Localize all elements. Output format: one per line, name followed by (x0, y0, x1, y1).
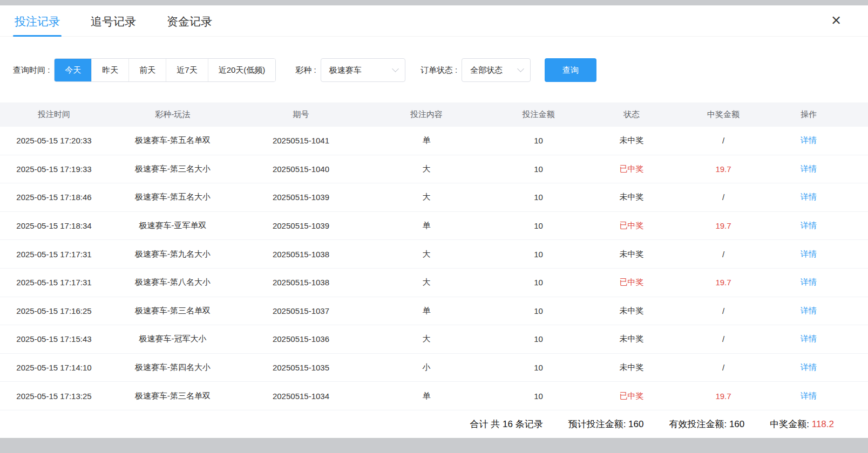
table-row: 2025-05-15 17:17:31 极速赛车-第九名大小 20250515-… (0, 240, 868, 269)
cell-status: 未中奖 (588, 354, 675, 382)
cell-game-play: 极速赛车-第四名大小 (108, 354, 238, 382)
table-row: 2025-05-15 17:14:10 极速赛车-第四名大小 20250515-… (0, 354, 868, 382)
cell-bet-time: 2025-05-15 17:14:10 (0, 354, 108, 382)
table-row: 2025-05-15 17:15:43 极速赛车-冠军大小 20250515-1… (0, 325, 868, 354)
cell-bet-time: 2025-05-15 17:18:46 (0, 183, 108, 211)
cell-bet-amount: 10 (489, 297, 588, 325)
time-option-today[interactable]: 今天 (55, 59, 91, 81)
cell-game-play: 极速赛车-第九名大小 (108, 240, 238, 268)
detail-link[interactable]: 详情 (801, 221, 817, 231)
detail-link[interactable]: 详情 (801, 362, 817, 373)
cell-win-amount: / (675, 183, 772, 211)
cell-bet-time: 2025-05-15 17:19:33 (0, 155, 108, 183)
cell-win-amount: / (675, 240, 772, 268)
summary-win-label: 中奖金额: (770, 419, 811, 429)
cell-status: 未中奖 (588, 183, 675, 211)
time-option-day-before[interactable]: 前天 (128, 59, 166, 81)
table-row: 2025-05-15 17:19:33 极速赛车-第三名大小 20250515-… (0, 155, 868, 184)
cell-bet-amount: 10 (489, 240, 588, 268)
detail-link[interactable]: 详情 (801, 192, 817, 202)
cell-bet-time: 2025-05-15 17:18:34 (0, 212, 108, 240)
cell-bet-content: 大 (364, 155, 489, 183)
cell-period: 20250515-1038 (238, 269, 364, 297)
cell-period: 20250515-1041 (238, 127, 364, 155)
cell-bet-content: 单 (364, 212, 489, 240)
table-row: 2025-05-15 17:17:31 极速赛车-第八名大小 20250515-… (0, 269, 868, 297)
close-icon[interactable]: × (831, 10, 841, 31)
tab-fund-records[interactable]: 资金记录 (167, 5, 212, 36)
cell-period: 20250515-1036 (238, 325, 364, 353)
summary-win-value: 118.2 (812, 419, 834, 429)
cell-status: 已中奖 (588, 269, 675, 297)
cell-bet-amount: 10 (489, 325, 588, 353)
cell-bet-content: 大 (364, 269, 489, 297)
header-game-play: 彩种-玩法 (108, 102, 238, 127)
cell-bet-amount: 10 (489, 269, 588, 297)
detail-link[interactable]: 详情 (801, 391, 817, 401)
cell-game-play: 极速赛车-第五名单双 (108, 127, 238, 155)
header-status: 状态 (588, 102, 675, 127)
cell-bet-content: 大 (364, 240, 489, 268)
chevron-down-icon (517, 65, 524, 72)
tab-bar: 投注记录 追号记录 资金记录 × (0, 5, 868, 37)
cell-bet-amount: 10 (489, 127, 588, 155)
detail-link[interactable]: 详情 (801, 306, 817, 316)
cell-game-play: 极速赛车-第五名大小 (108, 183, 238, 211)
cell-period: 20250515-1040 (238, 155, 364, 183)
header-period: 期号 (238, 102, 364, 127)
order-status-select[interactable]: 全部状态 (462, 58, 531, 82)
table-header: 投注时间 彩种-玩法 期号 投注内容 投注金额 状态 中奖金额 操作 (0, 102, 868, 127)
time-option-last20days[interactable]: 近20天(低频) (208, 59, 276, 81)
table-body: 2025-05-15 17:20:33 极速赛车-第五名单双 20250515-… (0, 127, 868, 410)
detail-link[interactable]: 详情 (801, 249, 817, 259)
cell-game-play: 极速赛车-第三名单双 (108, 382, 238, 410)
lottery-filter-label: 彩种 : (295, 65, 316, 76)
cell-status: 未中奖 (588, 240, 675, 268)
cell-bet-amount: 10 (489, 183, 588, 211)
detail-link[interactable]: 详情 (801, 334, 817, 344)
cell-period: 20250515-1034 (238, 382, 364, 410)
cell-period: 20250515-1039 (238, 183, 364, 211)
cell-bet-amount: 10 (489, 382, 588, 410)
cell-period: 20250515-1037 (238, 297, 364, 325)
cell-bet-content: 单 (364, 127, 489, 155)
records-table: 投注时间 彩种-玩法 期号 投注内容 投注金额 状态 中奖金额 操作 2025-… (0, 102, 868, 410)
detail-link[interactable]: 详情 (801, 135, 817, 146)
tab-betting-records[interactable]: 投注记录 (15, 5, 60, 36)
cell-bet-amount: 10 (489, 155, 588, 183)
cell-win-amount: / (675, 354, 772, 382)
detail-link[interactable]: 详情 (801, 277, 817, 287)
table-row: 2025-05-15 17:18:46 极速赛车-第五名大小 20250515-… (0, 183, 868, 212)
cell-win-amount: 19.7 (675, 382, 772, 410)
detail-link[interactable]: 详情 (801, 164, 817, 174)
summary-expected-amount: 预计投注金额: 160 (568, 418, 644, 430)
cell-period: 20250515-1038 (238, 240, 364, 268)
cell-bet-time: 2025-05-15 17:17:31 (0, 240, 108, 268)
betting-records-modal: 投注记录 追号记录 资金记录 × 查询时间 : 今天 昨天 前天 近7天 近20… (0, 5, 868, 438)
cell-bet-content: 大 (364, 325, 489, 353)
cell-bet-content: 单 (364, 297, 489, 325)
cell-win-amount: / (675, 127, 772, 155)
summary-valid-amount: 有效投注金额: 160 (669, 418, 744, 430)
header-bet-content: 投注内容 (364, 102, 489, 127)
cell-bet-content: 小 (364, 354, 489, 382)
cell-status: 已中奖 (588, 155, 675, 183)
filter-bar: 查询时间 : 今天 昨天 前天 近7天 近20天(低频) 彩种 : 极速赛车 订… (13, 58, 868, 82)
query-button[interactable]: 查询 (545, 58, 596, 82)
cell-bet-amount: 10 (489, 212, 588, 240)
cell-period: 20250515-1039 (238, 212, 364, 240)
summary-total-records: 合计 共 16 条记录 (470, 418, 543, 430)
summary-win-amount: 中奖金额: 118.2 (770, 418, 834, 430)
cell-status: 未中奖 (588, 325, 675, 353)
cell-bet-time: 2025-05-15 17:20:33 (0, 127, 108, 155)
cell-win-amount: / (675, 297, 772, 325)
table-row: 2025-05-15 17:16:25 极速赛车-第三名单双 20250515-… (0, 297, 868, 326)
table-row: 2025-05-15 17:13:25 极速赛车-第三名单双 20250515-… (0, 382, 868, 410)
time-option-yesterday[interactable]: 昨天 (91, 59, 128, 81)
table-row: 2025-05-15 17:20:33 极速赛车-第五名单双 20250515-… (0, 127, 868, 155)
cell-game-play: 极速赛车-亚军单双 (108, 212, 238, 240)
cell-bet-time: 2025-05-15 17:16:25 (0, 297, 108, 325)
tab-chase-records[interactable]: 追号记录 (91, 5, 136, 36)
lottery-select[interactable]: 极速赛车 (321, 58, 405, 82)
time-option-last7days[interactable]: 近7天 (166, 59, 207, 81)
